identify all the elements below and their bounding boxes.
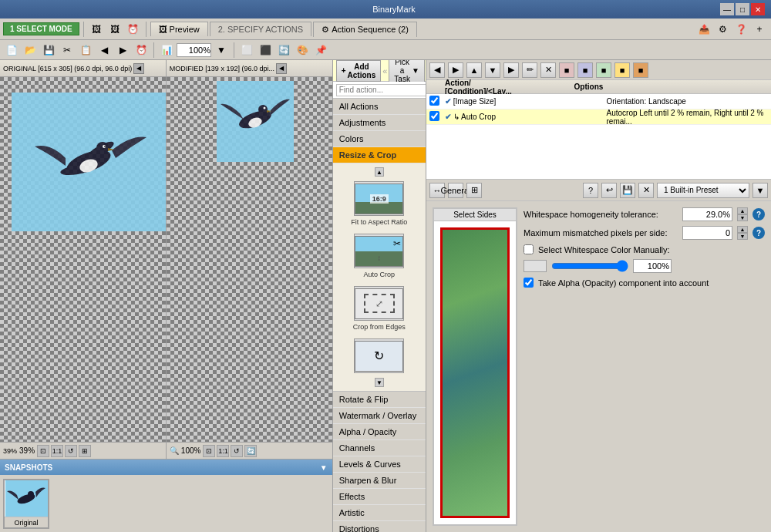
- whitespace-input[interactable]: [682, 207, 732, 221]
- seq-nav-down[interactable]: ▼: [485, 62, 500, 78]
- whitespace-spin-down[interactable]: ▼: [737, 214, 748, 221]
- frame2-icon[interactable]: ⬛: [257, 42, 274, 59]
- sides-thumbnail[interactable]: [440, 227, 510, 518]
- whitespace-help-icon[interactable]: ?: [752, 208, 765, 221]
- resize-crop-item[interactable]: Resize & Crop: [333, 147, 426, 163]
- general-tab-btn[interactable]: General: [448, 183, 463, 198]
- seq-nav-up[interactable]: ▲: [466, 62, 482, 78]
- zoom-input[interactable]: 100%: [177, 43, 211, 57]
- next-icon[interactable]: ▶: [114, 42, 131, 59]
- rotate-flip-thumb[interactable]: ↻: [354, 338, 404, 373]
- rotate-flip-item[interactable]: Rotate & Flip: [333, 392, 426, 408]
- effects-item[interactable]: Effects: [333, 489, 426, 505]
- chart-icon[interactable]: 📊: [158, 42, 175, 59]
- new-icon[interactable]: 📄: [3, 42, 20, 59]
- toolbar-icon-1[interactable]: 🖼: [88, 21, 105, 38]
- copy-icon[interactable]: 📋: [77, 42, 94, 59]
- save-icon[interactable]: 💾: [40, 42, 57, 59]
- seq-row-0[interactable]: ✔ [Image Size] Orientation: Landscape: [426, 94, 771, 109]
- seq-row-1[interactable]: ✔ ↳ Auto Crop Autocrop Left until 2 % re…: [426, 109, 771, 125]
- props-help-btn[interactable]: ?: [583, 183, 598, 198]
- alpha-checkbox[interactable]: [524, 278, 534, 288]
- scroll-down-btn[interactable]: ▼: [375, 378, 384, 387]
- modified-rotate-icon[interactable]: ↺: [231, 445, 243, 457]
- mismatch-help-icon[interactable]: ?: [752, 227, 765, 239]
- seq-color5[interactable]: ■: [633, 62, 648, 78]
- seq-color4[interactable]: ■: [614, 62, 630, 78]
- refresh-icon[interactable]: 🔄: [275, 42, 292, 59]
- prev-icon[interactable]: ◀: [96, 42, 113, 59]
- sharpen-blur-item[interactable]: Sharpen & Blur: [333, 473, 426, 489]
- pin-icon[interactable]: 📌: [312, 42, 329, 59]
- seq-color2[interactable]: ■: [577, 62, 593, 78]
- select-mode-button[interactable]: 1 SELECT MODE: [3, 22, 79, 35]
- watermark-item[interactable]: Watermark / Overlay: [333, 408, 426, 424]
- grid-btn[interactable]: ⊞: [466, 183, 482, 198]
- seq-color1[interactable]: ■: [559, 62, 574, 78]
- zoom-dropdown[interactable]: ▼: [213, 42, 230, 59]
- crop-icon[interactable]: ⊞: [79, 445, 91, 457]
- snapshots-expand[interactable]: ▼: [320, 463, 328, 472]
- levels-curves-item[interactable]: Levels & Curves: [333, 456, 426, 473]
- cut-icon[interactable]: ✂: [59, 42, 76, 59]
- close-button[interactable]: ✕: [751, 3, 765, 15]
- modified-refresh-icon[interactable]: 🔄: [244, 445, 257, 457]
- scroll-up-btn[interactable]: ▲: [375, 167, 384, 177]
- settings-icon[interactable]: ⚙: [714, 21, 731, 38]
- frame-icon[interactable]: ⬜: [238, 42, 255, 59]
- seq-checkbox-1[interactable]: [429, 111, 439, 121]
- whitespace-spin-up[interactable]: ▲: [737, 207, 748, 214]
- modified-size-icon[interactable]: 1:1: [217, 445, 229, 457]
- preset-dropdown-btn[interactable]: ▼: [752, 183, 768, 198]
- seq-nav-right[interactable]: ▶: [448, 62, 463, 78]
- colors-item[interactable]: Colors: [333, 131, 426, 147]
- action-seq-tab[interactable]: ⚙ Action Sequence (2): [313, 22, 417, 37]
- find-action-input[interactable]: [336, 84, 426, 96]
- snapshot-item[interactable]: Original: [3, 479, 49, 529]
- distortions-item[interactable]: Distortions: [333, 521, 426, 532]
- preset-select[interactable]: 1 Built-in Preset: [657, 183, 749, 198]
- modified-fit-icon[interactable]: ⊡: [203, 445, 215, 457]
- adjustments-item[interactable]: Adjustments: [333, 115, 426, 131]
- alpha-opacity-item[interactable]: Alpha / Opacity: [333, 424, 426, 440]
- props-close-btn[interactable]: ✕: [638, 183, 654, 198]
- color-icon[interactable]: 🎨: [294, 42, 311, 59]
- mismatch-spin-up[interactable]: ▲: [737, 226, 748, 233]
- help-icon-btn[interactable]: ❓: [732, 21, 749, 38]
- seq-edit[interactable]: ✏: [522, 62, 537, 78]
- rotate-left-icon[interactable]: ↺: [65, 445, 77, 457]
- seq-delete[interactable]: ✕: [540, 62, 556, 78]
- seq-checkbox-0[interactable]: [429, 96, 439, 106]
- mismatch-spin-down[interactable]: ▼: [737, 233, 748, 240]
- color-swatch[interactable]: [524, 260, 547, 272]
- specify-tab[interactable]: 2. SPECIFY ACTIONS: [210, 22, 311, 36]
- clock-icon[interactable]: ⏰: [133, 42, 150, 59]
- add-actions-button[interactable]: + Add Actions: [336, 60, 382, 82]
- crop-edges-thumb[interactable]: ⤢: [354, 286, 404, 321]
- plus-icon[interactable]: +: [751, 21, 768, 38]
- original-nav[interactable]: ◀: [133, 63, 144, 74]
- all-actions-item[interactable]: All Actions: [333, 99, 426, 115]
- mismatch-input[interactable]: [682, 226, 732, 240]
- maximize-button[interactable]: □: [736, 3, 749, 15]
- actual-size-icon[interactable]: 1:1: [51, 445, 63, 457]
- props-save-btn[interactable]: 💾: [620, 183, 635, 198]
- modified-nav[interactable]: ◀: [276, 63, 287, 74]
- artistic-item[interactable]: Artistic: [333, 505, 426, 521]
- minimize-button[interactable]: —: [720, 3, 734, 15]
- toolbar-icon-2[interactable]: 🖼: [106, 21, 123, 38]
- seq-color3[interactable]: ■: [596, 62, 611, 78]
- preview-tab[interactable]: 🖼 Preview: [150, 22, 208, 36]
- channels-item[interactable]: Channels: [333, 440, 426, 456]
- manual-color-checkbox[interactable]: [524, 244, 534, 254]
- export-icon[interactable]: 📤: [695, 21, 712, 38]
- opacity-slider[interactable]: [551, 260, 628, 272]
- opacity-input[interactable]: [633, 259, 672, 273]
- open-icon[interactable]: 📂: [22, 42, 39, 59]
- props-undo-btn[interactable]: ↩: [601, 183, 617, 198]
- seq-run[interactable]: ▶: [503, 62, 519, 78]
- toolbar-icon-3[interactable]: ⏰: [125, 21, 142, 38]
- fit-aspect-thumb[interactable]: 16:9: [354, 181, 404, 216]
- seq-nav-left[interactable]: ◀: [429, 62, 445, 78]
- actions-scroll-area[interactable]: All Actions Adjustments Colors Resize & …: [333, 99, 426, 532]
